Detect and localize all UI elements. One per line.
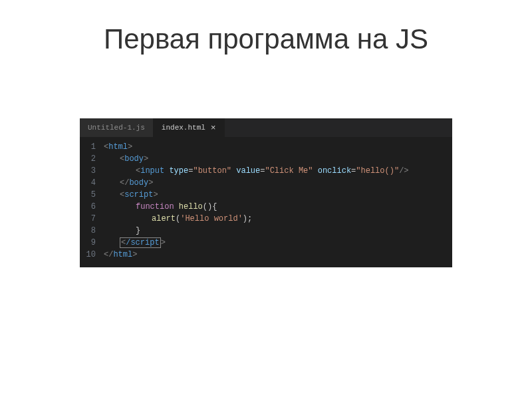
code-content[interactable]: <html> <body> <input type="button" value…	[104, 141, 452, 261]
line-number: 3	[80, 165, 96, 177]
code-line: }	[104, 225, 452, 237]
tab-label: index.html	[162, 124, 205, 132]
code-line: </script>	[104, 237, 452, 249]
line-number: 7	[80, 213, 96, 225]
line-number: 6	[80, 201, 96, 213]
line-number-gutter: 1 2 3 4 5 6 7 8 9 10	[80, 141, 104, 261]
line-number: 10	[80, 249, 96, 261]
tab-bar: Untitled-1.js index.html ×	[80, 118, 452, 137]
cursor-selection: </script	[120, 237, 161, 248]
line-number: 9	[80, 237, 96, 249]
line-number: 1	[80, 141, 96, 153]
code-line: alert('Hello world');	[104, 213, 452, 225]
line-number: 8	[80, 225, 96, 237]
tab-index-html[interactable]: index.html ×	[154, 118, 225, 137]
code-editor: Untitled-1.js index.html × 1 2 3 4 5 6 7…	[80, 118, 452, 267]
tab-untitled-js[interactable]: Untitled-1.js	[80, 118, 154, 137]
slide-title: Первая программа на JS	[0, 0, 532, 55]
code-line: function hello(){	[104, 201, 452, 213]
close-icon[interactable]: ×	[211, 124, 216, 132]
code-line: <input type="button" value="Click Me" on…	[104, 165, 452, 177]
line-number: 2	[80, 153, 96, 165]
tab-label: Untitled-1.js	[88, 124, 145, 132]
code-area[interactable]: 1 2 3 4 5 6 7 8 9 10 <html> <body> <inpu…	[80, 137, 452, 267]
code-line: <body>	[104, 153, 452, 165]
code-line: <script>	[104, 189, 452, 201]
code-line: </html>	[104, 249, 452, 261]
code-line: <html>	[104, 141, 452, 153]
line-number: 5	[80, 189, 96, 201]
code-line: </body>	[104, 177, 452, 189]
line-number: 4	[80, 177, 96, 189]
